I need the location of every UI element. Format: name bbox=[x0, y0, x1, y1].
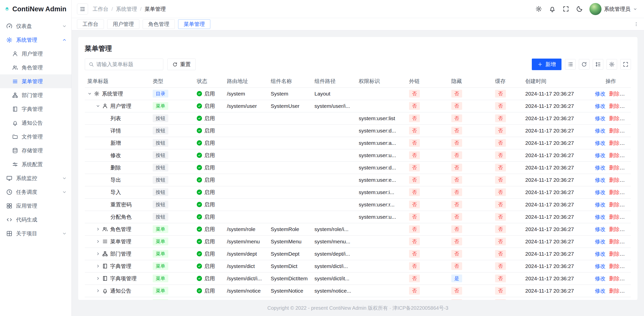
delete-link[interactable]: 删除 bbox=[609, 165, 620, 170]
delete-link[interactable]: 删除 bbox=[609, 263, 620, 269]
sidebar-subitem[interactable]: 文件管理 bbox=[0, 130, 71, 144]
tab-0[interactable]: 工作台 bbox=[77, 19, 104, 29]
breadcrumb-item[interactable]: 系统管理 bbox=[116, 6, 137, 13]
menu-icon bbox=[12, 78, 18, 84]
check-icon bbox=[198, 92, 201, 95]
permission-cell: system:user:r... bbox=[356, 198, 407, 211]
breadcrumb-item[interactable]: 工作台 bbox=[93, 6, 108, 13]
fullscreen-button[interactable] bbox=[560, 4, 571, 15]
edit-link[interactable]: 修改 bbox=[595, 226, 606, 232]
row-expand-caret[interactable] bbox=[96, 264, 102, 268]
edit-link[interactable]: 修改 bbox=[595, 152, 606, 158]
edit-link[interactable]: 修改 bbox=[595, 140, 606, 146]
component-path-cell: system/menu... bbox=[312, 235, 356, 248]
flag-badge: 否 bbox=[409, 201, 420, 209]
edit-link[interactable]: 修改 bbox=[595, 189, 606, 195]
notifications-button[interactable] bbox=[547, 4, 558, 15]
sidebar-item[interactable]: 仪表盘 bbox=[0, 19, 71, 33]
sidebar-subitem[interactable]: 用户管理 bbox=[0, 47, 71, 61]
column-settings-button[interactable] bbox=[607, 59, 617, 70]
sidebar-item[interactable]: 系统监控 bbox=[0, 171, 71, 185]
row-expand-caret[interactable] bbox=[96, 104, 102, 108]
search-input[interactable] bbox=[96, 61, 159, 67]
settings-button[interactable] bbox=[533, 4, 544, 15]
table-row: 分配角色按钮启用system:user:u...否否否2024-11-17 20… bbox=[85, 211, 631, 223]
delete-link[interactable]: 删除 bbox=[609, 115, 620, 121]
delete-link[interactable]: 删除 bbox=[609, 251, 620, 257]
code-icon bbox=[6, 216, 13, 223]
delete-link[interactable]: 删除 bbox=[609, 288, 620, 294]
delete-link[interactable]: 删除 bbox=[609, 152, 620, 158]
sidebar-item[interactable]: 系统管理 bbox=[0, 33, 71, 47]
delete-link[interactable]: 删除 bbox=[609, 177, 620, 183]
status-cell: 启用 bbox=[194, 149, 224, 161]
delete-link[interactable]: 删除 bbox=[609, 103, 620, 109]
table-fullscreen-button[interactable] bbox=[620, 59, 631, 70]
delete-link[interactable]: 删除 bbox=[609, 239, 620, 244]
edit-link[interactable]: 修改 bbox=[595, 177, 606, 183]
delete-link[interactable]: 删除 bbox=[609, 214, 620, 220]
row-expand-caret[interactable] bbox=[87, 91, 94, 96]
row-expand-caret[interactable] bbox=[96, 276, 102, 281]
delete-link[interactable]: 删除 bbox=[609, 91, 620, 97]
theme-toggle-button[interactable] bbox=[574, 4, 585, 15]
breadcrumb-item[interactable]: 菜单管理 bbox=[145, 6, 166, 13]
sidebar-subitem[interactable]: 菜单管理 bbox=[0, 74, 71, 88]
delete-link[interactable]: 删除 bbox=[609, 226, 620, 232]
edit-link[interactable]: 修改 bbox=[595, 263, 606, 269]
edit-link[interactable]: 修改 bbox=[595, 288, 606, 294]
edit-link[interactable]: 修改 bbox=[595, 165, 606, 170]
sidebar-item[interactable]: 代码生成 bbox=[0, 213, 71, 227]
status-cell: 启用 bbox=[194, 87, 224, 100]
tab-1[interactable]: 用户管理 bbox=[107, 19, 139, 29]
edit-link[interactable]: 修改 bbox=[595, 251, 606, 257]
delete-link[interactable]: 删除 bbox=[609, 140, 620, 146]
view-list-button[interactable] bbox=[565, 59, 576, 70]
delete-link[interactable]: 删除 bbox=[609, 128, 620, 133]
actions-cell: 修改删除新增 bbox=[591, 174, 631, 186]
sidebar-subitem[interactable]: 角色管理 bbox=[0, 61, 71, 74]
sidebar-subitem[interactable]: 存储管理 bbox=[0, 144, 71, 157]
tab-2[interactable]: 角色管理 bbox=[143, 19, 175, 29]
component-path-cell bbox=[312, 198, 356, 211]
sidebar-item-label: 仪表盘 bbox=[16, 23, 58, 30]
delete-link[interactable]: 删除 bbox=[609, 202, 620, 207]
sidebar-subitem[interactable]: 部门管理 bbox=[0, 88, 71, 102]
hidden-cell: 否 bbox=[449, 248, 493, 260]
component-path-cell: system/dict/i... bbox=[312, 260, 356, 272]
delete-link[interactable]: 删除 bbox=[609, 189, 620, 195]
sidebar-collapse-button[interactable] bbox=[77, 4, 88, 15]
row-height-button[interactable] bbox=[593, 59, 603, 70]
refresh-button[interactable] bbox=[579, 59, 589, 70]
edit-link[interactable]: 修改 bbox=[595, 115, 606, 121]
sidebar-item[interactable]: 关于项目 bbox=[0, 227, 71, 240]
edit-link[interactable]: 修改 bbox=[595, 239, 606, 244]
component-name-cell: SystemDictItem bbox=[268, 272, 312, 285]
reset-button[interactable]: 重置 bbox=[167, 59, 196, 70]
sidebar-subitem[interactable]: 系统配置 bbox=[0, 157, 71, 171]
edit-link[interactable]: 修改 bbox=[595, 91, 606, 97]
user-menu[interactable]: 系统管理员 bbox=[589, 3, 637, 15]
edit-link[interactable]: 修改 bbox=[595, 202, 606, 207]
row-expand-caret[interactable] bbox=[96, 288, 102, 293]
edit-link[interactable]: 修改 bbox=[595, 276, 606, 281]
edit-link[interactable]: 修改 bbox=[595, 214, 606, 220]
row-expand-caret[interactable] bbox=[96, 239, 102, 244]
delete-link[interactable]: 删除 bbox=[609, 276, 620, 281]
type-badge: 按钮 bbox=[153, 139, 168, 147]
row-expand-caret[interactable] bbox=[96, 251, 102, 256]
tab-label: 菜单管理 bbox=[184, 21, 205, 28]
external-cell: 否 bbox=[407, 124, 449, 137]
edit-link[interactable]: 修改 bbox=[595, 103, 606, 109]
sidebar-item[interactable]: 任务调度 bbox=[0, 185, 71, 199]
edit-link[interactable]: 修改 bbox=[595, 128, 606, 133]
tab-3[interactable]: 菜单管理 bbox=[178, 19, 210, 29]
row-expand-caret[interactable] bbox=[96, 227, 102, 232]
tab-options-button[interactable] bbox=[631, 19, 641, 29]
sidebar-item[interactable]: 应用管理 bbox=[0, 199, 71, 213]
sidebar-subitem[interactable]: 通知公告 bbox=[0, 116, 71, 130]
app-logo[interactable]: ContiNew Admin bbox=[0, 0, 71, 18]
add-button[interactable]: 新增 bbox=[532, 59, 561, 70]
sidebar-subitem[interactable]: 字典管理 bbox=[0, 102, 71, 116]
menu-title-cell: 分配角色 bbox=[85, 211, 150, 223]
